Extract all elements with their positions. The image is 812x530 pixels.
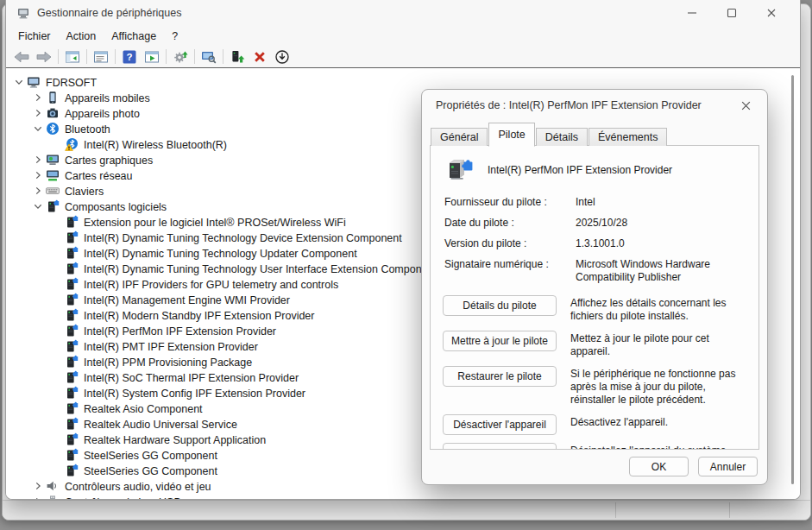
toolbar-separator: [223, 49, 223, 64]
scan-hardware-changes-icon: [173, 49, 188, 65]
field-value: Intel: [576, 196, 746, 209]
chevron-right-icon[interactable]: [30, 106, 45, 120]
window-title: Gestionnaire de périphériques: [37, 7, 181, 19]
chevron-spacer: [49, 370, 64, 384]
chevron-down-icon[interactable]: [30, 122, 45, 136]
remote-computer-icon: [201, 49, 217, 65]
device-name: Intel(R) PerfMon IPF Extension Provider: [488, 164, 672, 176]
chevron-spacer: [49, 386, 64, 400]
tree-item[interactable]: Contrôleurs de bus USB: [6, 494, 800, 499]
chevron-spacer: [49, 262, 64, 275]
field-value: Microsoft Windows Hardware Compatibility…: [576, 258, 746, 284]
chevron-spacer: [49, 417, 64, 431]
chip-icon: [65, 464, 79, 477]
toolbar-scan-hardware-changes-button[interactable]: [169, 47, 192, 66]
tab-général[interactable]: Général: [431, 128, 488, 146]
device-manager-app-icon: [16, 6, 30, 20]
menu-item-action[interactable]: Action: [59, 28, 104, 44]
chevron-right-icon[interactable]: [30, 184, 45, 198]
dialog-footer: OK Annuler: [629, 457, 758, 476]
statusbar-separator: [729, 502, 730, 518]
toolbar-back-button[interactable]: [10, 47, 33, 66]
toolbar-update-driver-button[interactable]: [226, 47, 249, 66]
device-icon: [444, 156, 474, 184]
toolbar-show-console-tree-button[interactable]: [61, 47, 84, 66]
toolbar: ?: [6, 46, 800, 67]
dialog-close-button[interactable]: [738, 98, 753, 113]
chevron-right-icon[interactable]: [30, 153, 45, 167]
tree-item[interactable]: FDRSOFT: [6, 74, 800, 90]
chevron-spacer: [49, 355, 64, 369]
driver-action-row: Détails du piloteAffichez les détails co…: [443, 295, 746, 323]
window-controls: [672, 1, 791, 25]
chevron-down-icon[interactable]: [11, 75, 26, 89]
maximize-button[interactable]: [712, 1, 752, 25]
menu-item-affichage[interactable]: Affichage: [104, 28, 164, 44]
toolbar-forward-button[interactable]: [33, 47, 55, 66]
tab-pilote[interactable]: Pilote: [488, 123, 534, 147]
toolbar-action-pane-button[interactable]: [141, 47, 163, 66]
toolbar-uninstall-device-button[interactable]: [249, 47, 271, 66]
tree-item-label: Extension pour le logiciel Intel® PROSet…: [84, 216, 346, 229]
détails-du-pilote-button[interactable]: Détails du pilote: [443, 295, 557, 316]
tree-item-label: Intel(R) PMT IPF Extension Provider: [84, 340, 258, 353]
properties-dialog: Propriétés de : Intel(R) PerfMon IPF Ext…: [421, 89, 768, 485]
disable-device-icon: [274, 49, 290, 65]
menu-item-fichier[interactable]: Fichier: [10, 28, 59, 44]
tree-item-label: Bluetooth: [65, 123, 110, 136]
title-bar: Gestionnaire de périphériques: [6, 0, 800, 26]
minimize-button[interactable]: [672, 1, 712, 25]
tree-item-label: Intel(R) PerfMon IPF Extension Provider: [84, 325, 276, 338]
chevron-spacer: [49, 432, 64, 446]
chip-icon: [65, 293, 79, 306]
toolbar-help-button[interactable]: ?: [118, 47, 141, 66]
tree-item-label: Composants logiciels: [65, 200, 167, 213]
driver-tab-page: Intel(R) PerfMon IPF Extension Provider …: [430, 145, 759, 450]
background-statusbar: [3, 500, 810, 520]
chevron-spacer: [49, 339, 64, 353]
mettre-à-jour-le-pilote-button[interactable]: Mettre à jour le pilote: [443, 331, 557, 351]
chip-icon: [65, 215, 79, 229]
toolbar-separator: [166, 49, 167, 64]
computer-icon: [27, 75, 41, 89]
chip-icon: [46, 199, 60, 213]
tab-événements[interactable]: Événements: [589, 128, 667, 146]
close-button[interactable]: [752, 1, 791, 25]
tree-item-label: Intel(R) Modern Standby IPF Extension Pr…: [84, 309, 314, 322]
help-icon: ?: [122, 49, 137, 65]
action-description: Affichez les détails concernant les fich…: [570, 295, 746, 323]
chevron-right-icon[interactable]: [30, 91, 45, 104]
chevron-down-icon[interactable]: [30, 199, 45, 213]
désactiver-l-appareil-button[interactable]: Désactiver l'appareil: [443, 414, 557, 435]
chevron-spacer: [49, 230, 64, 244]
dialog-tabs: GénéralPiloteDétailsÉvénements: [431, 123, 668, 146]
désinstaller-l-appareil-button[interactable]: Désinstaller l'appareil: [443, 443, 557, 450]
tree-item-label: FDRSOFT: [46, 76, 97, 89]
menu-item-help[interactable]: ?: [164, 28, 186, 44]
tab-détails[interactable]: Détails: [536, 128, 588, 146]
tree-item-label: Intel(R) Wireless Bluetooth(R): [84, 138, 227, 151]
chevron-right-icon[interactable]: [30, 495, 45, 499]
field-value: 1.3.1001.0: [576, 237, 746, 250]
network-icon: [46, 168, 60, 182]
action-description: Mettez à jour le pilote pour cet apparei…: [570, 331, 746, 358]
toolbar-disable-device-button[interactable]: [271, 47, 293, 66]
toolbar-remote-computer-button[interactable]: [198, 47, 220, 66]
ok-button[interactable]: OK: [629, 457, 689, 476]
tree-item-label: Intel(R) System Config IPF Extension Pro…: [84, 387, 305, 400]
restaurer-le-pilote-button[interactable]: Restaurer le pilote: [443, 366, 557, 387]
toolbar-properties-button[interactable]: [90, 47, 112, 66]
properties-icon: [93, 49, 109, 65]
tree-scrollbar[interactable]: [791, 75, 794, 484]
tree-item-label: SteelSeries GG Component: [84, 449, 217, 462]
chevron-spacer: [49, 293, 64, 306]
chevron-right-icon[interactable]: [30, 168, 45, 182]
dialog-title: Propriétés de : Intel(R) PerfMon IPF Ext…: [436, 99, 738, 111]
chevron-spacer: [49, 324, 64, 338]
cancel-button[interactable]: Annuler: [698, 457, 758, 476]
chip-icon: [65, 277, 79, 291]
phone-icon: [46, 91, 60, 104]
tree-item-label: Intel(R) PPM Provisioning Package: [84, 356, 252, 369]
usb-icon: [46, 495, 60, 499]
chevron-right-icon[interactable]: [30, 479, 45, 493]
